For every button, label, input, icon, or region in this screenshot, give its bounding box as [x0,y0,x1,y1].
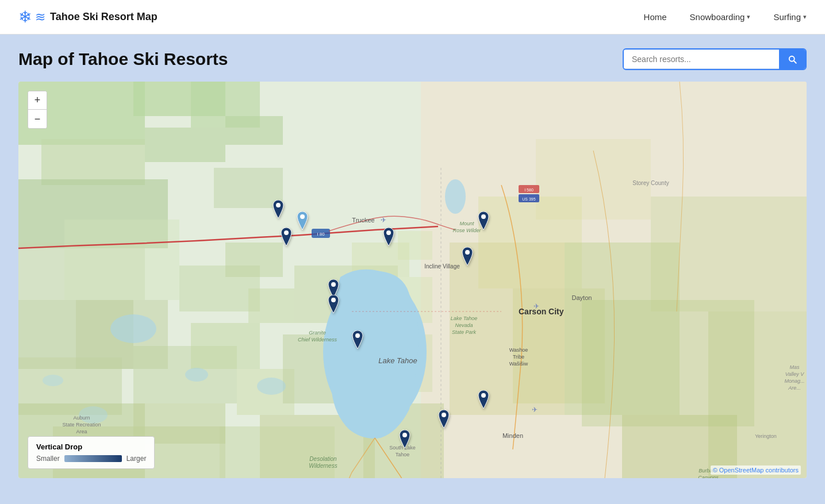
app-header: ❄ ≋ Tahoe Ski Resort Map Home Snowboardi… [0,0,825,34]
marker-diamond-peak[interactable] [461,247,474,268]
svg-point-100 [276,203,281,207]
svg-point-110 [442,413,446,417]
svg-text:Are...: Are... [788,385,801,391]
search-icon [787,54,797,64]
page-content: Map of Tahoe Ski Resorts [0,34,825,478]
svg-text:Dayton: Dayton [572,294,592,301]
zoom-out-button[interactable]: − [28,110,47,128]
svg-text:Wašišiw: Wašišiw [509,361,528,367]
search-bar [623,48,807,70]
svg-rect-33 [398,231,432,260]
marker-mt-rose[interactable] [477,211,490,232]
svg-point-107 [355,333,360,338]
svg-point-53 [185,368,208,382]
svg-text:Monag...: Monag... [784,378,804,384]
marker-heavenly[interactable] [437,410,451,430]
svg-text:State Recreation: State Recreation [62,422,101,428]
zoom-in-button[interactable]: + [28,91,47,110]
svg-text:✈: ✈ [381,216,386,224]
legend-label-larger: Larger [126,455,147,463]
svg-text:Desolation: Desolation [309,456,337,462]
marker-northstar[interactable] [382,228,396,248]
svg-text:State Park: State Park [452,329,477,335]
svg-text:I 80: I 80 [317,232,325,237]
svg-rect-21 [225,243,283,277]
svg-text:Lake Tahoe: Lake Tahoe [378,356,417,365]
legend-label-smaller: Smaller [36,455,60,463]
svg-point-106 [331,298,336,302]
svg-point-52 [110,314,156,343]
logo-icon: ❄ ≋ [18,7,44,26]
legend-title: Vertical Drop [36,443,146,451]
svg-rect-4 [41,139,145,185]
marker-alpine-meadows[interactable] [327,295,340,316]
surfing-chevron-icon: ▾ [803,13,807,21]
svg-text:Nevada: Nevada [455,322,473,328]
svg-rect-17 [145,128,225,162]
svg-text:Lake Tahoe: Lake Tahoe [451,316,478,321]
svg-rect-18 [225,116,283,145]
page-title: Map of Tahoe Ski Resorts [18,49,228,69]
svg-text:✈: ✈ [534,302,539,310]
svg-rect-40 [651,197,807,311]
svg-text:Tahoe: Tahoe [396,452,410,457]
svg-point-111 [402,433,407,437]
svg-point-104 [481,214,486,219]
map-container[interactable]: I 80 I 580 US 395 [18,82,807,478]
svg-point-109 [481,393,486,398]
svg-text:Storey County: Storey County [632,180,669,186]
nav-snowboarding[interactable]: Snowboarding ▾ [690,12,751,22]
nav-home[interactable]: Home [644,12,667,22]
svg-text:Tribe: Tribe [513,354,524,360]
svg-text:Incline Village: Incline Village [424,263,460,270]
svg-text:Yerington: Yerington [755,433,777,439]
map-legend: Vertical Drop Smaller Larger [28,436,155,469]
svg-point-105 [331,282,336,287]
svg-text:Granite: Granite [309,330,326,336]
svg-text:Truckee: Truckee [352,217,374,224]
svg-text:US 395: US 395 [522,197,535,201]
svg-point-108 [465,250,470,255]
svg-text:I 580: I 580 [524,188,534,192]
waves-icon: ≋ [35,10,44,25]
svg-point-57 [445,179,466,214]
svg-text:Chief Wilderness: Chief Wilderness [298,337,337,343]
nav-surfing[interactable]: Surfing ▾ [773,12,807,22]
svg-rect-16 [64,220,179,300]
search-button[interactable] [779,49,805,69]
svg-point-102 [284,230,289,235]
zoom-controls: + − [28,91,47,129]
page-header: Map of Tahoe Ski Resorts [18,48,807,70]
logo-area: ❄ ≋ Tahoe Ski Resort Map [18,7,158,26]
svg-text:Carson City: Carson City [519,307,564,316]
osm-attribution[interactable]: © OpenStreetMap contributors [711,465,801,475]
svg-text:Valley V: Valley V [785,371,805,377]
snowboarding-chevron-icon: ▾ [747,13,750,21]
map-background: I 80 I 580 US 395 [18,82,807,478]
site-title: Tahoe Ski Resort Map [50,11,158,23]
svg-text:Minden: Minden [502,432,523,439]
svg-text:Mas: Mas [789,364,800,370]
marker-sugar-bowl[interactable] [296,211,309,232]
svg-text:Washoe: Washoe [509,347,528,353]
marker-donner[interactable] [279,228,293,248]
svg-text:Area: Area [76,429,87,434]
svg-point-54 [257,378,286,395]
main-nav: Home Snowboarding ▾ Surfing ▾ [644,12,807,22]
svg-text:✈: ✈ [532,406,538,414]
search-input[interactable] [624,50,779,68]
marker-homewood[interactable] [351,330,364,351]
svg-point-103 [386,230,391,235]
marker-sierra-tahoe[interactable] [477,390,490,411]
legend-gradient [64,455,122,462]
legend-row: Smaller Larger [36,455,146,463]
marker-kirkwood[interactable] [398,430,412,451]
svg-text:Wilderness: Wilderness [309,463,337,469]
svg-text:Mount: Mount [459,221,474,226]
svg-text:Auburn: Auburn [73,415,90,421]
svg-text:Canyons: Canyons [698,475,719,478]
snowflake-icon: ❄ [18,7,32,26]
svg-point-56 [43,375,63,386]
svg-rect-23 [191,323,260,369]
marker-boreal[interactable] [271,200,285,221]
